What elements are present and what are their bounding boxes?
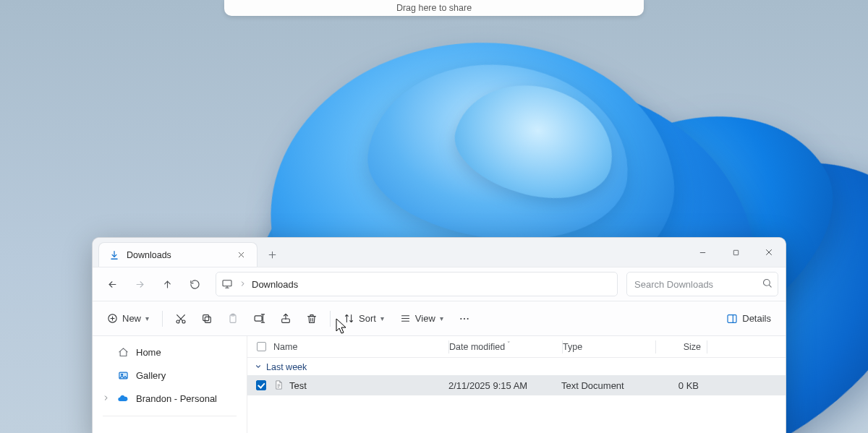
gallery-icon	[117, 369, 129, 381]
chevron-down-icon: ▾	[145, 314, 149, 322]
svg-point-17	[121, 374, 122, 375]
sidebar-item-onedrive[interactable]: Brandon - Personal	[97, 387, 242, 410]
sort-indicator-icon: ˅	[507, 340, 511, 348]
view-button[interactable]: View ▾	[393, 306, 451, 331]
svg-rect-15	[728, 314, 736, 322]
file-type: Text Document	[561, 380, 654, 391]
file-list: Name Date modified˅ Type Size Last week	[247, 336, 786, 433]
new-tab-button[interactable]	[258, 242, 286, 267]
window-controls	[686, 238, 786, 267]
file-date: 2/11/2025 9:15 AM	[448, 380, 561, 391]
maximize-button[interactable]	[719, 238, 752, 267]
search-input[interactable]	[634, 279, 756, 290]
column-headers[interactable]: Name Date modified˅ Type Size	[247, 336, 786, 358]
rename-button[interactable]	[247, 306, 272, 331]
svg-point-13	[464, 317, 465, 319]
tab-title: Downloads	[127, 250, 171, 260]
sort-button-label: Sort	[359, 313, 376, 324]
sidebar-item-label: Gallery	[136, 370, 166, 381]
search-icon	[762, 278, 773, 291]
sidebar-item-label: Home	[136, 347, 161, 358]
svg-point-14	[467, 317, 468, 319]
row-checkbox[interactable]	[252, 380, 271, 390]
sidebar-item-home[interactable]: Home	[97, 340, 242, 364]
minimize-button[interactable]	[686, 238, 719, 267]
close-button[interactable]	[752, 238, 786, 267]
cloud-icon	[117, 393, 129, 404]
svg-rect-10	[255, 316, 262, 321]
group-label: Last week	[266, 362, 307, 372]
this-pc-icon	[221, 278, 234, 291]
new-button[interactable]: New ▾	[100, 306, 156, 331]
paste-button[interactable]	[221, 306, 245, 331]
breadcrumb[interactable]: Downloads	[216, 272, 618, 296]
svg-rect-6	[205, 317, 210, 322]
more-button[interactable]	[452, 306, 477, 331]
tab-close-button[interactable]	[232, 249, 250, 261]
home-icon	[117, 346, 129, 358]
chevron-right-icon	[239, 280, 246, 288]
column-type[interactable]: Type	[563, 342, 655, 352]
tab-downloads[interactable]: Downloads	[98, 242, 258, 267]
titlebar: Downloads	[93, 238, 786, 267]
file-explorer-window: Downloads	[92, 237, 786, 433]
chevron-down-icon	[255, 363, 262, 372]
view-button-label: View	[415, 313, 435, 324]
drag-share-bar[interactable]: Drag here to share	[224, 0, 644, 16]
breadcrumb-location[interactable]: Downloads	[252, 279, 298, 290]
column-date[interactable]: Date modified˅	[449, 342, 562, 352]
text-document-icon	[273, 380, 285, 391]
svg-point-12	[460, 317, 461, 319]
sidebar-item-label: Brandon - Personal	[136, 393, 217, 404]
copy-button[interactable]	[195, 306, 219, 331]
explorer-body: Home Gallery Brandon - Personal	[93, 336, 786, 433]
svg-rect-1	[223, 280, 231, 286]
new-button-label: New	[122, 313, 141, 324]
command-bar: New ▾ Sort ▾ View ▾	[93, 301, 786, 336]
svg-rect-7	[203, 314, 209, 320]
chevron-down-icon: ▾	[380, 314, 384, 322]
drag-share-label: Drag here to share	[396, 3, 472, 13]
column-size[interactable]: Size	[656, 342, 707, 352]
search-box[interactable]	[626, 272, 778, 296]
details-pane-button[interactable]: Details	[719, 306, 778, 331]
file-size: 0 KB	[654, 380, 705, 391]
svg-rect-0	[733, 250, 738, 254]
details-pane-label: Details	[742, 313, 771, 324]
sidebar-item-gallery[interactable]: Gallery	[97, 364, 242, 387]
address-bar: Downloads	[93, 267, 786, 301]
file-name: Test	[289, 380, 307, 391]
column-name[interactable]: Name	[271, 342, 448, 352]
svg-point-2	[764, 279, 770, 286]
nav-refresh-button[interactable]	[182, 272, 207, 296]
delete-button[interactable]	[299, 306, 324, 331]
nav-back-button[interactable]	[100, 272, 124, 296]
cut-button[interactable]	[169, 306, 193, 331]
chevron-right-icon[interactable]	[103, 395, 109, 403]
chevron-down-icon: ▾	[440, 314, 443, 322]
downloads-icon	[109, 250, 119, 260]
sidebar-divider	[103, 416, 237, 416]
sort-button[interactable]: Sort ▾	[336, 306, 391, 331]
share-button[interactable]	[273, 306, 298, 331]
file-row[interactable]: Test 2/11/2025 9:15 AM Text Document 0 K…	[247, 375, 786, 395]
group-header[interactable]: Last week	[247, 358, 786, 375]
select-all-checkbox[interactable]	[252, 342, 271, 351]
nav-up-button[interactable]	[155, 272, 179, 296]
nav-forward-button[interactable]	[127, 272, 152, 296]
navigation-pane: Home Gallery Brandon - Personal	[93, 336, 247, 433]
